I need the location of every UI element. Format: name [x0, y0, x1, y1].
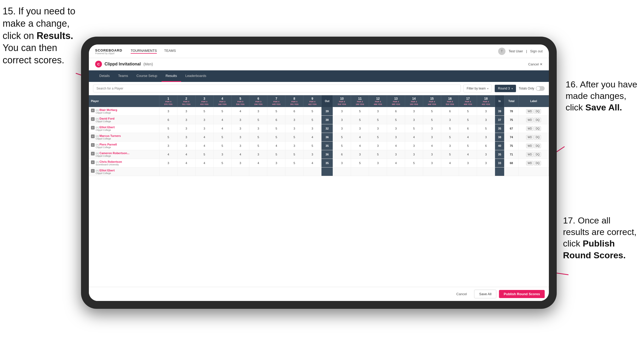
hole-8-score[interactable]: 3	[285, 116, 303, 124]
hole-3-score[interactable]: 5	[195, 107, 213, 116]
hole-17-score[interactable]: 6	[459, 124, 477, 133]
hole-17-score[interactable]: 5	[459, 107, 477, 116]
hole-18-score[interactable]: 3	[477, 107, 495, 116]
hole-12-score[interactable]: 3	[369, 142, 387, 150]
search-input[interactable]	[93, 85, 461, 92]
hole-1-score[interactable]: 4	[159, 150, 177, 159]
hole-4-score[interactable]: 5	[213, 107, 231, 116]
hole-7-score[interactable]: 6	[267, 116, 285, 124]
hole-5-score[interactable]: 3	[231, 159, 249, 167]
hole-6-score[interactable]: 5	[249, 133, 267, 142]
hole-17-score[interactable]: 3	[459, 159, 477, 167]
hole-6-score[interactable]: 4	[249, 159, 267, 167]
hole-8-score[interactable]	[285, 167, 303, 176]
label-btn-wd[interactable]: WD	[526, 144, 534, 148]
hole-3-score[interactable]: 4	[195, 142, 213, 150]
tab-teams[interactable]: Teams	[114, 70, 132, 82]
hole-9-score[interactable]: 4	[303, 133, 321, 142]
hole-8-score[interactable]: 5	[285, 133, 303, 142]
hole-2-score[interactable]: 3	[177, 142, 195, 150]
player-name[interactable]: Elliot Ebert	[100, 126, 115, 129]
hole-13-score[interactable]: 3	[387, 133, 405, 142]
hole-4-score[interactable]: 5	[213, 142, 231, 150]
label-btn-dq[interactable]: DQ	[534, 152, 541, 157]
hole-8-score[interactable]: 5	[285, 150, 303, 159]
hole-13-score[interactable]: 4	[387, 159, 405, 167]
hole-11-score[interactable]: 3	[351, 150, 369, 159]
hole-14-score[interactable]	[405, 167, 423, 176]
hole-12-score[interactable]: 5	[369, 116, 387, 124]
hole-2-score[interactable]: 3	[177, 133, 195, 142]
player-name[interactable]: Elliot Ebert	[100, 169, 115, 172]
tab-details[interactable]: Details	[95, 70, 114, 82]
hole-13-score[interactable]: 6	[387, 107, 405, 116]
hole-7-score[interactable]: 3	[267, 159, 285, 167]
hole-15-score[interactable]: 3	[423, 150, 441, 159]
hole-4-score[interactable]: 4	[213, 116, 231, 124]
cancel-tournament-button[interactable]: Cancel ✕	[528, 62, 543, 66]
hole-11-score[interactable]	[351, 167, 369, 176]
hole-9-score[interactable]: 5	[303, 142, 321, 150]
hole-18-score[interactable]: 3	[477, 116, 495, 124]
hole-5-score[interactable]	[231, 167, 249, 176]
hole-15-score[interactable]: 4	[423, 142, 441, 150]
hole-18-score[interactable]: 3	[477, 159, 495, 167]
label-btn-wd[interactable]: WD	[526, 126, 534, 131]
hole-9-score[interactable]	[303, 167, 321, 176]
hole-16-score[interactable]: 3	[441, 142, 459, 150]
hole-7-score[interactable]: 5	[267, 133, 285, 142]
hole-6-score[interactable]	[249, 167, 267, 176]
hole-15-score[interactable]: 3	[423, 124, 441, 133]
hole-8-score[interactable]: 3	[285, 124, 303, 133]
tab-leaderboards[interactable]: Leaderboards	[181, 70, 210, 82]
hole-3-score[interactable]	[195, 167, 213, 176]
hole-13-score[interactable]: 4	[387, 142, 405, 150]
hole-2-score[interactable]: 4	[177, 159, 195, 167]
hole-17-score[interactable]	[459, 167, 477, 176]
hole-1-score[interactable]: 3	[159, 142, 177, 150]
tab-course-setup[interactable]: Course Setup	[132, 70, 162, 82]
hole-2-score[interactable]: 3	[177, 124, 195, 133]
player-name[interactable]: Piers Parnell	[100, 143, 117, 146]
hole-11-score[interactable]: 5	[351, 116, 369, 124]
hole-10-score[interactable]: 5	[333, 133, 351, 142]
player-name[interactable]: Blair McHarg	[100, 108, 117, 111]
hole-10-score[interactable]: 3	[333, 116, 351, 124]
hole-8-score[interactable]: 6	[285, 107, 303, 116]
hole-3-score[interactable]: 4	[195, 159, 213, 167]
hole-16-score[interactable]: 5	[441, 150, 459, 159]
hole-16-score[interactable]: 5	[441, 133, 459, 142]
hole-5-score[interactable]: 3	[231, 133, 249, 142]
hole-18-score[interactable]: 3	[477, 150, 495, 159]
cancel-button[interactable]: Cancel	[452, 290, 472, 298]
hole-17-score[interactable]: 4	[459, 133, 477, 142]
hole-10-score[interactable]: 3	[333, 107, 351, 116]
hole-17-score[interactable]: 4	[459, 150, 477, 159]
hole-18-score[interactable]	[477, 167, 495, 176]
hole-14-score[interactable]: 5	[405, 159, 423, 167]
hole-12-score[interactable]: 3	[369, 159, 387, 167]
player-name[interactable]: David Ford	[100, 117, 114, 120]
sign-out-link[interactable]: Sign out	[530, 49, 543, 53]
hole-16-score[interactable]: 3	[441, 116, 459, 124]
hole-7-score[interactable]: 5	[267, 124, 285, 133]
hole-14-score[interactable]: 3	[405, 142, 423, 150]
tab-results[interactable]: Results	[162, 70, 181, 82]
hole-14-score[interactable]: 3	[405, 107, 423, 116]
hole-9-score[interactable]: 4	[303, 159, 321, 167]
hole-6-score[interactable]: 3	[249, 124, 267, 133]
hole-9-score[interactable]: 5	[303, 116, 321, 124]
label-btn-wd[interactable]: WD	[526, 135, 534, 139]
hole-5-score[interactable]: 3	[231, 124, 249, 133]
hole-1-score[interactable]: 5	[159, 133, 177, 142]
hole-10-score[interactable]	[333, 167, 351, 176]
hole-16-score[interactable]: 5	[441, 124, 459, 133]
hole-7-score[interactable]: 5	[267, 150, 285, 159]
hole-6-score[interactable]: 3	[249, 150, 267, 159]
save-all-button[interactable]: Save All	[474, 290, 496, 298]
hole-14-score[interactable]: 4	[405, 133, 423, 142]
label-btn-dq[interactable]: DQ	[534, 135, 541, 139]
hole-9-score[interactable]: 5	[303, 107, 321, 116]
hole-3-score[interactable]: 5	[195, 150, 213, 159]
hole-16-score[interactable]: 6	[441, 107, 459, 116]
